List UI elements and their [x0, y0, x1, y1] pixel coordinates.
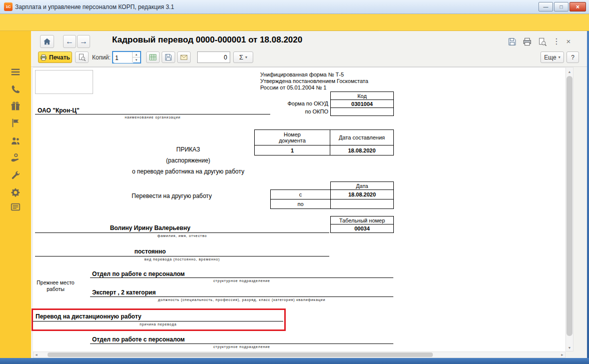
- more-button[interactable]: Еще ▾: [540, 52, 564, 63]
- chevron-down-icon: ▾: [245, 55, 247, 60]
- scroll-right-button[interactable]: ►: [559, 352, 565, 358]
- sum-button[interactable]: Σ ▾: [233, 52, 253, 63]
- app-icon: 1С: [4, 2, 13, 11]
- doc-date-header-cell: Дата составления: [330, 130, 394, 146]
- document-title: Кадровый перевод 0000-000001 от 18.08.20…: [112, 35, 302, 45]
- menu-icon: [10, 66, 21, 78]
- reason-caption: причина перевода: [33, 322, 283, 326]
- close-window-button[interactable]: ×: [569, 2, 586, 12]
- tab-number-value-cell: 00034: [330, 224, 394, 233]
- sidebar-item-services[interactable]: [10, 100, 22, 112]
- save-button[interactable]: [506, 36, 517, 47]
- prev-department-underline: [90, 278, 393, 278]
- employee-caption: фамилия, имя, отчество: [35, 234, 329, 238]
- directory-card-icon: [10, 202, 21, 212]
- okud-label: Форма по ОКУД: [255, 100, 328, 107]
- page-magnifier-icon: [78, 53, 86, 62]
- back-button[interactable]: ←: [63, 35, 76, 48]
- copies-input[interactable]: [114, 52, 133, 63]
- tab-number-value: 00034: [354, 226, 370, 232]
- page-number-input[interactable]: [198, 52, 230, 62]
- up-arrow-icon: ▲: [568, 70, 571, 74]
- sidebar-item-tasks[interactable]: [10, 117, 22, 129]
- send-email-button[interactable]: [177, 52, 191, 63]
- print-button[interactable]: Печать: [38, 52, 72, 63]
- print-quick-button[interactable]: [521, 36, 532, 47]
- date-header-cell: Дата: [330, 182, 394, 190]
- minimize-button[interactable]: —: [538, 2, 553, 12]
- sidebar-item-payments[interactable]: [10, 152, 22, 164]
- transfer-reason: Перевод на дистанционную работу: [36, 313, 142, 320]
- page-magnifier-icon: [537, 37, 547, 46]
- help-button-label: ?: [571, 54, 574, 61]
- print-preview-button[interactable]: [75, 52, 89, 63]
- maximize-button[interactable]: □: [554, 2, 568, 12]
- stepper-up-button[interactable]: ▲: [133, 52, 140, 58]
- doc-number-cell: 1: [254, 145, 330, 156]
- floppy-icon: [164, 53, 173, 62]
- preview-quick-button[interactable]: [536, 36, 547, 47]
- home-button[interactable]: [40, 35, 54, 48]
- home-icon: [43, 37, 52, 46]
- horizontal-scroll-thumb[interactable]: [48, 352, 433, 357]
- prev-position-caption: должность (специальность, профессия), ра…: [90, 298, 393, 302]
- close-form-button[interactable]: ×: [563, 35, 573, 47]
- doc-number-header: Номер документа: [270, 132, 314, 144]
- transfer-type-underline: [35, 256, 329, 256]
- code-header-label: Код: [357, 93, 367, 99]
- left-arrow-icon: ◄: [35, 353, 38, 356]
- prev-department-caption: структурное подразделение: [90, 279, 393, 282]
- copies-stepper[interactable]: ▲ ▼: [112, 51, 141, 64]
- sidebar-item-discussions[interactable]: [10, 84, 22, 96]
- org-underline: [35, 114, 270, 114]
- okpo-value-cell: [330, 108, 394, 116]
- save-document-button[interactable]: [162, 52, 175, 63]
- help-button[interactable]: ?: [566, 52, 579, 63]
- close-icon: ×: [566, 37, 571, 46]
- vertical-scroll-thumb[interactable]: [566, 76, 572, 336]
- sidebar-item-setup[interactable]: [10, 170, 22, 182]
- back-arrow-icon: ←: [66, 37, 74, 46]
- prev-place-label: Прежнее место работы: [33, 280, 78, 292]
- okud-value-cell: 0301004: [330, 100, 394, 108]
- page-number-field[interactable]: [197, 52, 230, 63]
- printer-icon: [40, 54, 47, 61]
- app-header: 1С Зарплата и управление персоналом К...…: [0, 14, 589, 31]
- reason-underline: [33, 321, 283, 322]
- close-icon: ×: [576, 4, 579, 10]
- sidebar-item-administration[interactable]: [10, 186, 22, 198]
- copies-label: Копий:: [92, 54, 111, 61]
- order-title-1: ПРИКАЗ: [113, 146, 263, 153]
- show-grid-button[interactable]: [146, 52, 160, 63]
- prev-department: Отдел по работе с персоналом: [92, 270, 185, 278]
- sidebar-item-menu[interactable]: [10, 66, 22, 78]
- gift-icon: [10, 101, 21, 112]
- okud-value: 0301004: [351, 101, 373, 107]
- minimize-icon: —: [543, 4, 548, 10]
- window-title: Зарплата и управление персоналом КОРП, р…: [15, 4, 174, 10]
- scroll-left-button[interactable]: ◄: [33, 352, 40, 358]
- more-actions-button[interactable]: ⋮: [551, 35, 561, 47]
- sidebar-item-personnel[interactable]: [10, 135, 22, 147]
- order-title-3: о переводе работника на другую работу: [113, 168, 263, 175]
- phone-icon: [10, 84, 21, 95]
- gear-icon: [10, 187, 21, 198]
- transfer-type-caption: вид перевода (постоянно, временно): [35, 258, 329, 261]
- scroll-down-button[interactable]: ▼: [565, 344, 573, 351]
- window-border-right: [587, 31, 589, 358]
- maximize-icon: □: [559, 4, 562, 10]
- new-department-underline: [90, 344, 393, 344]
- doc-date-header: Дата составления: [339, 134, 385, 140]
- chevron-down-icon: ▾: [558, 55, 560, 60]
- stepper-down-button[interactable]: ▼: [133, 58, 140, 62]
- envelope-icon: [180, 53, 188, 62]
- scroll-up-button[interactable]: ▲: [565, 68, 573, 75]
- date-to-value-cell: [330, 199, 394, 209]
- prev-position-underline: [90, 296, 393, 297]
- doc-number-value: 1: [291, 148, 294, 154]
- new-department: Отдел по работе с персоналом: [92, 336, 185, 343]
- sidebar-item-reports[interactable]: [10, 201, 22, 213]
- right-arrow-icon: ►: [560, 353, 564, 356]
- forward-button[interactable]: →: [77, 35, 90, 48]
- hand-coin-icon: [10, 152, 21, 164]
